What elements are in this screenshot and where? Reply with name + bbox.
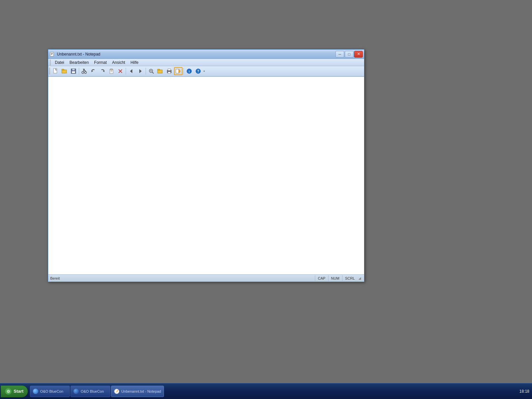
toolbar-redo-button[interactable] <box>98 67 107 75</box>
start-icon: ⊙ <box>5 388 12 395</box>
title-bar-left: Unbenannt.txt - Notepad <box>50 52 100 57</box>
toolbar-export-button[interactable] <box>174 67 183 75</box>
svg-marker-36 <box>179 69 181 73</box>
menu-grip <box>50 60 51 65</box>
resize-handle[interactable]: ◢ <box>357 276 362 281</box>
toolbar-paste-button[interactable] <box>107 67 116 75</box>
svg-marker-16 <box>103 70 104 72</box>
svg-rect-31 <box>158 69 160 70</box>
toolbar-help-button[interactable]: ? <box>194 67 202 75</box>
toolbar-back-button[interactable] <box>127 67 136 75</box>
taskbar-item-label-2: Unbenannt.txt - Notepad <box>121 389 161 393</box>
toolbar-delete-button[interactable] <box>116 67 125 75</box>
taskbar-item-1[interactable]: O&O BlueCon <box>70 386 110 397</box>
svg-line-27 <box>152 72 154 73</box>
svg-point-13 <box>82 71 84 73</box>
taskbar-item-icon-2: 📝 <box>114 389 119 394</box>
toolbar-sep-2 <box>126 68 126 74</box>
toolbar-print-button[interactable] <box>165 67 174 75</box>
toolbar-grip <box>49 68 50 74</box>
desktop: Unbenannt.txt - Notepad ─ □ ✕ Datei Bear… <box>0 0 532 383</box>
svg-text:?: ? <box>197 69 199 73</box>
svg-marker-24 <box>130 69 132 73</box>
svg-point-14 <box>84 71 86 73</box>
toolbar-undo-button[interactable] <box>89 67 98 75</box>
toolbar-sep-4 <box>184 68 184 74</box>
taskbar-item-0[interactable]: O&O BlueCon <box>30 386 70 397</box>
window-title: Unbenannt.txt - Notepad <box>57 52 100 57</box>
svg-rect-10 <box>72 71 75 73</box>
text-editor[interactable] <box>48 77 364 274</box>
taskbar-item-icon-0 <box>33 389 38 394</box>
svg-rect-4 <box>54 68 57 73</box>
title-buttons: ─ □ ✕ <box>335 51 363 58</box>
svg-text:i: i <box>189 70 190 73</box>
taskbar-right: 18:18 <box>517 389 532 394</box>
taskbar: ⊙ Start O&O BlueCon O&O BlueCon 📝 Unbena… <box>0 383 532 399</box>
toolbar-open-button[interactable] <box>60 67 69 75</box>
taskbar-item-icon-1 <box>73 389 79 394</box>
title-bar: Unbenannt.txt - Notepad ─ □ ✕ <box>48 50 364 59</box>
clock: 18:18 <box>519 389 529 394</box>
toolbar-zoom-button[interactable] <box>147 67 156 75</box>
close-button[interactable]: ✕ <box>354 51 363 58</box>
svg-rect-9 <box>72 69 75 70</box>
svg-marker-25 <box>139 69 142 73</box>
status-indicators: CAP NUM SCRL ◢ <box>315 275 362 281</box>
menu-format[interactable]: Format <box>91 60 109 66</box>
toolbar-open2-button[interactable] <box>156 67 165 75</box>
toolbar-new-button[interactable] <box>51 67 60 75</box>
minimize-button[interactable]: ─ <box>335 51 344 58</box>
status-bar: Bereit CAP NUM SCRL ◢ <box>48 274 364 282</box>
toolbar-cut-button[interactable] <box>80 67 89 75</box>
menu-datei[interactable]: Datei <box>52 60 67 66</box>
taskbar-items: O&O BlueCon O&O BlueCon 📝 Unbenannt.txt … <box>30 386 517 397</box>
svg-rect-34 <box>168 72 171 73</box>
toolbar-info-button[interactable]: i <box>185 67 194 75</box>
num-indicator: NUM <box>328 275 342 281</box>
toolbar-sep-3 <box>146 68 146 74</box>
toolbar-forward-button[interactable] <box>136 67 145 75</box>
taskbar-item-label-1: O&O BlueCon <box>81 389 104 393</box>
notepad-window: Unbenannt.txt - Notepad ─ □ ✕ Datei Bear… <box>48 49 364 282</box>
svg-rect-0 <box>50 52 54 56</box>
taskbar-item-2[interactable]: 📝 Unbenannt.txt - Notepad <box>111 386 164 397</box>
svg-rect-7 <box>62 69 64 70</box>
start-button[interactable]: ⊙ Start <box>1 385 28 397</box>
start-label: Start <box>14 389 24 394</box>
toolbar-save-button[interactable] <box>69 67 78 75</box>
svg-rect-33 <box>168 69 171 70</box>
cap-indicator: CAP <box>315 275 328 281</box>
svg-marker-15 <box>91 70 93 72</box>
toolbar: i ? <box>48 66 364 77</box>
toolbar-end-marker <box>203 70 205 72</box>
toolbar-sep-1 <box>79 68 79 74</box>
maximize-button[interactable]: □ <box>345 51 353 58</box>
menu-hilfe[interactable]: Hilfe <box>128 60 141 66</box>
scrl-indicator: SCRL <box>342 275 357 281</box>
menu-bar: Datei Bearbeiten Format Ansicht Hilfe <box>48 59 364 66</box>
status-text: Bereit <box>50 276 60 280</box>
notepad-title-icon <box>50 52 55 57</box>
svg-rect-18 <box>110 69 112 70</box>
menu-bearbeiten[interactable]: Bearbeiten <box>67 60 91 66</box>
menu-ansicht[interactable]: Ansicht <box>109 60 128 66</box>
taskbar-item-label-0: O&O BlueCon <box>40 389 64 393</box>
